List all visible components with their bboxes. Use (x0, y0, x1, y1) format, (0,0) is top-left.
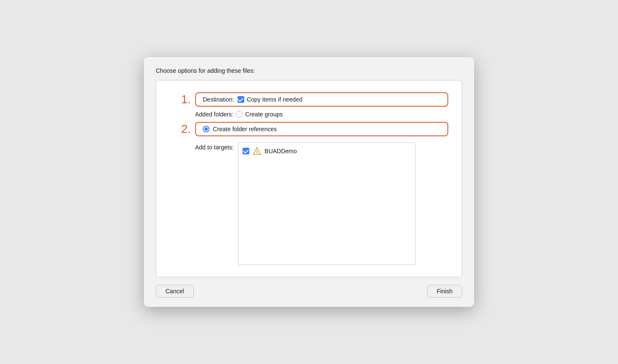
targets-section: Add to targets: (170, 142, 448, 265)
target-name: BUADDemo (265, 148, 297, 154)
add-files-dialog: Choose options for adding these files: 1… (144, 57, 474, 307)
app-target-icon (252, 146, 262, 156)
create-groups-label: Create groups (245, 111, 283, 118)
step1-number: 1. (170, 93, 195, 106)
create-folder-refs-radio[interactable] (203, 126, 210, 132)
buaddemo-checkbox[interactable] (243, 148, 249, 154)
copy-items-checkbox[interactable] (237, 96, 244, 103)
create-groups-radio[interactable] (236, 111, 243, 118)
step2-folder-refs-row: 2. Create folder references (170, 122, 448, 136)
added-folders-content: Added folders: Create groups (195, 111, 448, 118)
step2-number: 2. (170, 122, 195, 136)
destination-label: Destination: (203, 96, 234, 103)
options-box: 1. Destination: Copy items if needed Ad (156, 80, 462, 277)
finish-button[interactable]: Finish (427, 285, 462, 298)
dialog-footer: Cancel Finish (156, 285, 462, 298)
step2-content: Create folder references (195, 122, 448, 136)
target-item[interactable]: BUADDemo (242, 145, 412, 157)
copy-items-wrapper[interactable]: Copy items if needed (237, 96, 303, 103)
added-folders-row: Added folders: Create groups (170, 111, 448, 118)
targets-list-box: BUADDemo (238, 142, 416, 265)
step1-row: 1. Destination: Copy items if needed (170, 92, 448, 107)
step1-content: Destination: Copy items if needed (195, 92, 448, 107)
destination-option-box: Destination: Copy items if needed (195, 92, 448, 107)
create-folder-refs-label: Create folder references (213, 126, 277, 132)
added-folders-label: Added folders: (195, 111, 233, 118)
targets-label: Add to targets: (195, 142, 234, 151)
targets-content: Add to targets: (195, 142, 416, 265)
dialog-header: Choose options for adding these files: (156, 67, 462, 74)
copy-items-label: Copy items if needed (247, 96, 303, 103)
folder-refs-option-box: Create folder references (195, 122, 448, 136)
cancel-button[interactable]: Cancel (156, 285, 194, 298)
create-groups-row: Added folders: Create groups (195, 111, 448, 118)
